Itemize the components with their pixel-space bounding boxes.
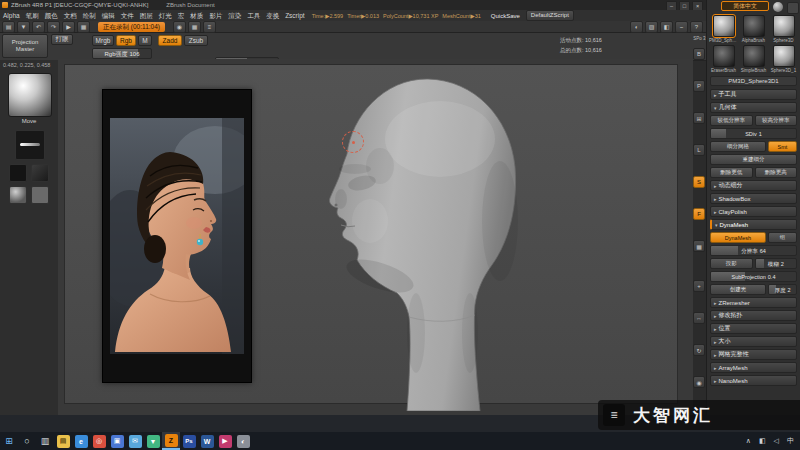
taskbar-app-word[interactable]: W: [198, 432, 216, 450]
redo-icon[interactable]: ↷: [47, 21, 60, 33]
help-icon[interactable]: ?: [690, 21, 703, 33]
frame-mesh-icon[interactable]: F: [693, 208, 705, 220]
rgb-button[interactable]: Rgb: [116, 35, 136, 46]
stroke-icon[interactable]: ~: [675, 21, 688, 33]
geometry-section-header[interactable]: ▾ 几何体: [710, 102, 797, 113]
search-button[interactable]: ○: [18, 432, 36, 450]
zsub-button[interactable]: Zsub: [184, 35, 208, 46]
menu-render[interactable]: 渲染: [225, 10, 244, 21]
blur-slider[interactable]: 模糊2: [755, 258, 798, 269]
brush-mode-icon[interactable]: ◉: [173, 21, 186, 33]
zoom-canvas-icon[interactable]: ◉: [693, 376, 705, 388]
menu-macro[interactable]: 宏: [175, 10, 188, 21]
dynamesh-section-header[interactable]: ▾ DynaMesh: [710, 219, 797, 230]
panel-menu-icon[interactable]: [787, 2, 799, 14]
layers-icon[interactable]: ≡: [203, 21, 216, 33]
material-icon[interactable]: ◐: [630, 21, 643, 33]
task-view-button[interactable]: ▥: [36, 432, 54, 450]
menu-color[interactable]: 颜色: [42, 10, 61, 21]
alpha-icon[interactable]: ◧: [660, 21, 673, 33]
menu-file[interactable]: 文件: [118, 10, 137, 21]
tool-thumb-sphere3d[interactable]: [773, 15, 795, 37]
taskbar-app-chrome[interactable]: ◎: [90, 432, 108, 450]
reconstruct-subdiv-button[interactable]: 重建细分: [710, 154, 797, 165]
material-thumbnail[interactable]: [9, 186, 27, 204]
rgb-intensity-slider[interactable]: Rgb强度106: [92, 48, 152, 59]
grid-icon[interactable]: ▦: [188, 21, 201, 33]
taskbar-app-mail[interactable]: ✉: [126, 432, 144, 450]
tool-slot[interactable]: SimpleBrush: [739, 45, 768, 73]
start-button[interactable]: ⊞: [0, 432, 18, 450]
lower-res-button[interactable]: 较低分辨率: [710, 115, 753, 126]
nanomesh-header[interactable]: ▸ NanoMesh: [710, 375, 797, 386]
menu-brush[interactable]: 笔刷: [23, 10, 42, 21]
modify-topology-header[interactable]: ▸ 修改拓扑: [710, 310, 797, 321]
sdiv-slider[interactable]: SDiv1: [710, 128, 797, 139]
resolution-slider[interactable]: 分辨率64: [710, 245, 797, 256]
move-canvas-icon[interactable]: +: [693, 280, 705, 292]
zremesher-header[interactable]: ▸ ZRemesher: [710, 297, 797, 308]
tool-thumb-simplebrush[interactable]: [743, 45, 765, 67]
taskbar-app-edge[interactable]: e: [72, 432, 90, 450]
language-badge[interactable]: 简体中文: [721, 1, 769, 11]
persp-icon[interactable]: P: [693, 80, 705, 92]
delete-lower-button[interactable]: 删除更低: [710, 167, 753, 178]
menu-edit[interactable]: 编辑: [99, 10, 118, 21]
subtool-section-header[interactable]: ▸ 子工具: [710, 89, 797, 100]
recording-indicator[interactable]: 正在录制 (00:11:04): [98, 22, 165, 32]
menu-transform[interactable]: 变换: [263, 10, 282, 21]
save-icon[interactable]: ▼: [17, 21, 30, 33]
light-button[interactable]: 打眼: [51, 34, 73, 45]
menu-material[interactable]: 材质: [187, 10, 206, 21]
color-swatch[interactable]: [31, 186, 49, 204]
play-icon[interactable]: ▶: [62, 21, 75, 33]
menu-draw[interactable]: 绘制: [80, 10, 99, 21]
tool-slot[interactable]: AlphaBrush: [739, 15, 768, 43]
floor-grid-icon[interactable]: ⊞: [693, 112, 705, 124]
menu-tool[interactable]: 工具: [244, 10, 263, 21]
texture-icon[interactable]: ▨: [645, 21, 658, 33]
tool-slot[interactable]: PM3D_Sphere3D1: [709, 15, 738, 43]
higher-res-button[interactable]: 较高分辨率: [755, 115, 798, 126]
zadd-button[interactable]: Zadd: [158, 35, 182, 46]
thickness-slider[interactable]: 厚度2: [768, 284, 797, 295]
menu-layer[interactable]: 图层: [137, 10, 156, 21]
project-toggle[interactable]: 投影: [710, 258, 753, 269]
quicksave-button[interactable]: QuickSave: [491, 13, 520, 19]
arraymesh-header[interactable]: ▸ ArrayMesh: [710, 362, 797, 373]
mesh-integrity-header[interactable]: ▸ 网格完整性: [710, 349, 797, 360]
volume-icon[interactable]: ◁: [774, 437, 779, 445]
delete-higher-button[interactable]: 删除更高: [755, 167, 798, 178]
taskbar-app-photos[interactable]: ▣: [108, 432, 126, 450]
tool-slot[interactable]: EraserBrush: [709, 45, 738, 73]
tool-slot[interactable]: Sphere3D: [769, 15, 798, 43]
undo-icon[interactable]: ↶: [32, 21, 45, 33]
size-header[interactable]: ▸ 大小: [710, 336, 797, 347]
groups-toggle[interactable]: 组: [768, 232, 797, 243]
default-zscript-button[interactable]: DefaultZScript: [526, 10, 574, 21]
movie-icon[interactable]: ▦: [77, 21, 90, 33]
tool-thumb-sphere3d-1[interactable]: [773, 45, 795, 67]
document-icon[interactable]: ▤: [2, 21, 15, 33]
polyframe-icon[interactable]: ▦: [693, 240, 705, 252]
claypolish-header[interactable]: ▸ ClayPolish: [710, 206, 797, 217]
taskbar-app-media-player[interactable]: ▶: [216, 432, 234, 450]
rotate-canvas-icon[interactable]: ↻: [693, 344, 705, 356]
tray-expand-icon[interactable]: ∧: [746, 437, 751, 445]
local-transform-icon[interactable]: L: [693, 144, 705, 156]
tool-thumb-sphere[interactable]: [713, 15, 735, 37]
divide-button[interactable]: 细分网格: [710, 141, 766, 152]
mrgb-button[interactable]: Mrgb: [92, 35, 114, 46]
menu-document[interactable]: 文档: [61, 10, 80, 21]
menu-zscript[interactable]: Zscript: [282, 10, 308, 21]
document-canvas[interactable]: [58, 59, 693, 415]
quick-pick-icon[interactable]: [773, 2, 783, 12]
reference-photo[interactable]: [110, 118, 244, 354]
taskbar-app-photoshop[interactable]: Ps: [180, 432, 198, 450]
ime-indicator[interactable]: 中: [787, 436, 794, 446]
menu-movie[interactable]: 影片: [206, 10, 225, 21]
shadowbox-header[interactable]: ▸ ShadowBox: [710, 193, 797, 204]
taskbar-app-store[interactable]: ▼: [144, 432, 162, 450]
tool-thumb-eraser[interactable]: [713, 45, 735, 67]
scale-canvas-icon[interactable]: ↔: [693, 312, 705, 324]
